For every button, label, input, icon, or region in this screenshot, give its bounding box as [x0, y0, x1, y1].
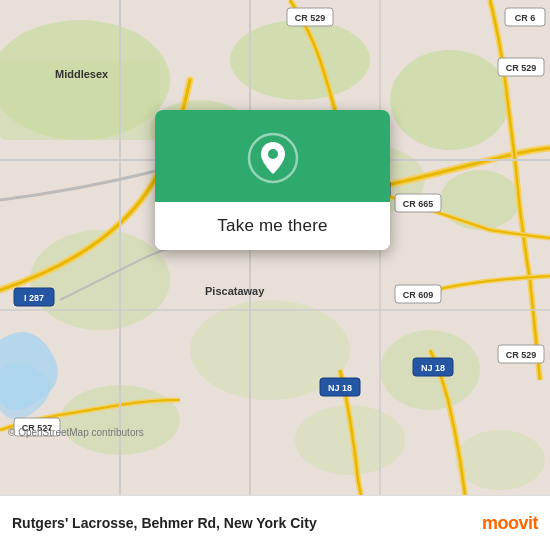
- svg-text:NJ 18: NJ 18: [421, 363, 445, 373]
- take-me-there-button[interactable]: Take me there: [155, 202, 390, 250]
- moovit-logo: moovit: [482, 513, 538, 534]
- svg-point-44: [268, 149, 278, 159]
- svg-text:CR 529: CR 529: [295, 13, 326, 23]
- location-pin-icon: [247, 132, 299, 184]
- svg-text:CR 529: CR 529: [506, 350, 537, 360]
- bottom-bar: Rutgers' Lacrosse, Behmer Rd, New York C…: [0, 495, 550, 550]
- svg-text:CR 665: CR 665: [403, 199, 434, 209]
- svg-text:Piscataway: Piscataway: [205, 285, 265, 297]
- map-container: Middlesex Piscataway CR 529 CR 529 CR 52…: [0, 0, 550, 495]
- svg-text:Middlesex: Middlesex: [55, 68, 109, 80]
- svg-text:NJ 18: NJ 18: [328, 383, 352, 393]
- location-title: Rutgers' Lacrosse, Behmer Rd, New York C…: [12, 515, 472, 531]
- location-card: Take me there: [155, 110, 390, 250]
- copyright-text: © OpenStreetMap contributors: [8, 427, 144, 438]
- svg-text:I 287: I 287: [24, 293, 44, 303]
- svg-text:CR 6: CR 6: [515, 13, 536, 23]
- card-green-area: [155, 110, 390, 202]
- svg-text:CR 609: CR 609: [403, 290, 434, 300]
- svg-point-13: [455, 430, 545, 490]
- svg-point-7: [440, 170, 520, 230]
- svg-point-3: [390, 50, 510, 150]
- svg-text:CR 529: CR 529: [506, 63, 537, 73]
- moovit-logo-text: moovit: [482, 513, 538, 534]
